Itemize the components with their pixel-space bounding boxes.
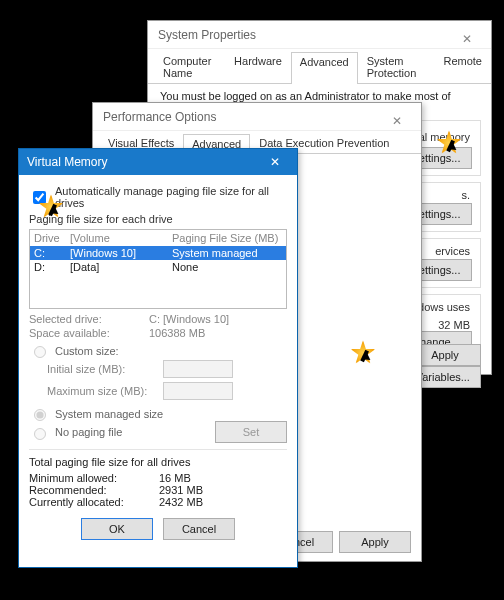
initial-size-label: Initial size (MB): [47,363,157,375]
perfops-apply-button[interactable]: Apply [339,531,411,553]
space-available-label: Space available: [29,327,149,339]
row-d-volume: [Data] [70,261,172,273]
max-size-field[interactable] [163,382,233,400]
row-c-volume: [Windows 10] [70,247,172,259]
virtual-memory-window: Virtual Memory ✕ Automatically manage pa… [18,148,298,568]
row-c-pfs: System managed [172,247,282,259]
min-label: Minimum allowed: [29,472,159,484]
close-icon[interactable]: ✕ [449,25,485,45]
auto-manage-label: Automatically manage paging file size fo… [55,185,287,209]
divider [29,449,287,450]
cur-value: 2432 MB [159,496,203,508]
close-icon[interactable]: ✕ [379,107,415,127]
row-d-pfs: None [172,261,282,273]
auto-manage-checkbox[interactable]: Automatically manage paging file size fo… [29,185,287,209]
paging-size-head: Paging file size for each drive [29,213,287,225]
hdr-pfs: Paging File Size (MB) [172,232,282,244]
close-icon[interactable]: ✕ [261,155,289,169]
vmem-dialog-buttons: OK Cancel [19,518,297,540]
vmem-cancel-button[interactable]: Cancel [163,518,235,540]
drive-row-c[interactable]: C: [Windows 10] System managed [30,246,286,260]
vmem-titlebar[interactable]: Virtual Memory ✕ [19,149,297,175]
space-available-value: 106388 MB [149,327,205,339]
hdr-volume: [Volume [70,232,172,244]
no-paging-radio[interactable]: No paging file [29,425,215,440]
hdr-drive: Drive [34,232,70,244]
sysprops-title: System Properties [158,28,256,42]
rec-label: Recommended: [29,484,159,496]
drive-list-header: Drive [Volume Paging File Size (MB) [30,230,286,246]
rec-value: 2931 MB [159,484,203,496]
tab-advanced[interactable]: Advanced [291,52,358,84]
sysprops-titlebar[interactable]: System Properties ✕ [148,21,491,49]
vmem-title: Virtual Memory [27,155,107,169]
totals-head: Total paging file size for all drives [29,456,287,468]
drive-row-d[interactable]: D: [Data] None [30,260,286,274]
cur-label: Currently allocated: [29,496,159,508]
max-size-label: Maximum size (MB): [47,385,157,397]
set-button[interactable]: Set [215,421,287,443]
sysprops-tabs: Computer Name Hardware Advanced System P… [148,51,491,84]
selected-drive-label: Selected drive: [29,313,149,325]
system-managed-input[interactable] [34,409,46,421]
custom-size-radio[interactable]: Custom size: [29,343,297,358]
startup-desc-fragment: ervices [435,245,470,257]
perfops-titlebar[interactable]: Performance Options ✕ [93,103,421,131]
tab-hardware[interactable]: Hardware [225,51,291,83]
custom-size-label: Custom size: [55,345,119,357]
drive-list[interactable]: Drive [Volume Paging File Size (MB) C: [… [29,229,287,309]
auto-manage-input[interactable] [33,191,46,204]
system-managed-radio[interactable]: System managed size [29,406,297,421]
vmem-ok-button[interactable]: OK [81,518,153,540]
tab-computer-name[interactable]: Computer Name [154,51,225,83]
no-paging-label: No paging file [55,426,122,438]
no-paging-input[interactable] [34,428,46,440]
custom-size-input[interactable] [34,346,46,358]
row-c-drive: C: [34,247,70,259]
vm-size-fragment: 32 MB [438,319,470,331]
perfops-title: Performance Options [103,110,216,124]
initial-size-field[interactable] [163,360,233,378]
userprofiles-desc-fragment: s. [461,189,470,201]
row-d-drive: D: [34,261,70,273]
selected-drive-value: C: [Windows 10] [149,313,229,325]
tab-remote[interactable]: Remote [434,51,491,83]
tab-system-protection[interactable]: System Protection [358,51,435,83]
system-managed-label: System managed size [55,408,163,420]
min-value: 16 MB [159,472,191,484]
